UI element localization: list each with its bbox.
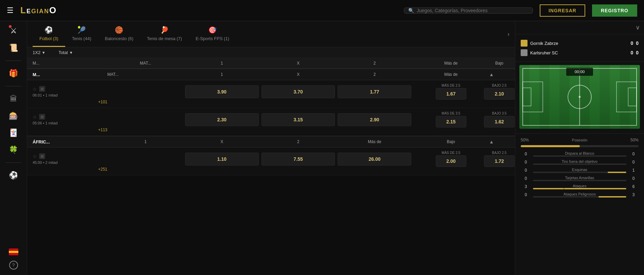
bajo-val-3[interactable]: 1.72 [484, 155, 515, 167]
team-name-2: Karlsruher SC [530, 50, 558, 55]
stat-row-tiro: 0 Tiro fuera del objetivo 0 [521, 159, 639, 165]
odds-2-2[interactable]: 2.90 [338, 113, 411, 126]
odds-x-3[interactable]: 7.55 [262, 153, 335, 166]
section-m-colx: X [260, 72, 337, 77]
tab-tenis[interactable]: 🎾 Tenis (44) [65, 21, 98, 47]
team-badge-2 [521, 49, 527, 56]
team-row-2: Karlsruher SC 0 0 [521, 48, 639, 57]
tab-baloncesto-label: Baloncesto (6) [105, 36, 133, 41]
possession-left: 50% [521, 138, 529, 142]
more-btn-1[interactable]: +101 [33, 100, 107, 104]
section-africa-colx: X [184, 139, 260, 144]
sidebar-item-cards[interactable]: 🃏 [9, 128, 18, 137]
match-icons-3: ☆ ▦ [33, 153, 107, 159]
sidebar-item-gift[interactable]: 🎁 [9, 69, 18, 78]
tab-esports[interactable]: 🎯 E-Sports FPS (1) [189, 21, 236, 47]
search-bar: 🔍 [404, 7, 533, 14]
masde-val-3[interactable]: 2.00 [436, 155, 466, 167]
stats-icon-2[interactable]: ▦ [39, 114, 45, 120]
stat-peligrosos-label: Ataques Peligrosos [533, 192, 626, 196]
masde-val-2[interactable]: 2.15 [436, 116, 466, 127]
stat-ataques-label: Ataques [533, 184, 626, 188]
tab-futbol-label: Fútbol (3) [39, 36, 58, 41]
masde-val-1[interactable]: 1.67 [436, 88, 466, 100]
football-field: 00:00 [519, 65, 640, 129]
more-btn-3[interactable]: +251 [33, 167, 107, 172]
star-icon-3[interactable]: ☆ [33, 154, 37, 159]
possession-right: 50% [630, 138, 639, 142]
masde-label-3: MÁS DE 2.5 [442, 151, 460, 155]
match-icons-1: ☆ ▦ [33, 86, 107, 92]
stat-tarjetas-bar [533, 180, 626, 181]
possession-row: 50% Posesión 50% [521, 138, 639, 142]
sidebar-item-slots[interactable]: 🎰 [9, 111, 18, 120]
score-board: Gornik Zabrze 0 0 Karlsruher SC 0 0 [515, 34, 644, 62]
center-content: ⚽ Fútbol (3) 🎾 Tenis (44) 🏀 Baloncesto (… [27, 21, 515, 275]
section-africa-collapse[interactable]: ▲ [489, 139, 509, 144]
filter-total[interactable]: Total ▾ [58, 50, 72, 55]
bajo-label-3: BAJO 2.5 [492, 151, 507, 155]
sidebar-item-casino[interactable]: 🏛 [10, 94, 17, 103]
tabs-chevron-right[interactable]: › [507, 31, 509, 38]
header-x: X [260, 61, 337, 66]
stat-tarjetas-right: 0 [628, 176, 639, 181]
logo: LegianO [20, 5, 57, 16]
search-input[interactable] [417, 8, 529, 13]
section-africa-header: ÁFRIC... 1 X 2 Más de Bajo ▲ [27, 136, 515, 148]
svg-rect-5 [600, 65, 610, 128]
sidebar-item-clover[interactable]: 🍀 [9, 145, 18, 154]
section-m-time: MAT... [107, 72, 184, 77]
bottom-icons: ? [9, 248, 18, 270]
odds-2-3[interactable]: 26.00 [338, 153, 411, 166]
right-panel-header: ∨ [515, 21, 644, 34]
svg-point-10 [579, 96, 581, 98]
odds-1-3[interactable]: 1.10 [185, 153, 259, 166]
section-africa-col2: 2 [260, 139, 337, 144]
ingresar-button[interactable]: INGRESAR [540, 4, 585, 17]
filter-total-chevron: ▾ [70, 50, 72, 55]
hamburger-icon[interactable]: ☰ [7, 6, 14, 15]
star-icon-1[interactable]: ☆ [33, 86, 37, 92]
stat-dispara-right: 0 [628, 152, 639, 156]
bajo-val-2[interactable]: 1.62 [484, 116, 515, 127]
more-btn-2[interactable]: +113 [33, 127, 107, 132]
left-sidebar: ⚔ 📜 🎁 🏛 🎰 🃏 🍀 ⚽ ? [0, 21, 27, 275]
header-1: 1 [184, 61, 260, 66]
stat-esquinas-label: Esquinas [533, 168, 626, 172]
registro-button[interactable]: REGISTRO [592, 4, 637, 17]
stats-icon-1[interactable]: ▦ [39, 86, 45, 92]
tab-futbol[interactable]: ⚽ Fútbol (3) [33, 21, 65, 47]
stat-row-tarjetas: 0 Tarjetas Amarillas 0 [521, 176, 639, 181]
sidebar-item-sports[interactable]: ⚔ [10, 27, 17, 35]
odds-1-2[interactable]: 2.30 [185, 113, 259, 126]
bajo-val-1[interactable]: 2.10 [484, 88, 515, 100]
stat-peligrosos-left: 0 [521, 192, 531, 197]
star-icon-2[interactable]: ☆ [33, 114, 37, 120]
stat-dispara-left: 0 [521, 152, 531, 156]
baloncesto-icon: 🏀 [115, 26, 123, 34]
section-africa-title: ÁFRIC... [33, 139, 107, 144]
sidebar-divider-1 [5, 61, 21, 61]
esports-icon: 🎯 [208, 26, 217, 34]
stats-icon-3[interactable]: ▦ [39, 153, 45, 159]
collapse-btn[interactable]: ∨ [636, 24, 640, 31]
odds-2-1[interactable]: 1.77 [338, 85, 411, 98]
language-flag[interactable] [9, 248, 18, 255]
odds-x-1[interactable]: 3.70 [262, 85, 335, 98]
sidebar-item-scroll[interactable]: 📜 [9, 44, 18, 52]
header-time: MAT... [107, 61, 184, 66]
section-m-masde: Más de [413, 72, 489, 77]
team-score-2: 0 0 [630, 50, 639, 55]
help-icon[interactable]: ? [9, 261, 18, 270]
match-time-2: 05:06 • 1 mitad [33, 121, 107, 125]
filter-1x2[interactable]: 1X2 ▾ [33, 50, 45, 55]
section-africa-col1: 1 [107, 139, 184, 144]
tab-tenis-mesa[interactable]: 🏓 Tenis de mesa (7) [140, 21, 189, 47]
section-m-collapse[interactable]: ▲ [489, 72, 509, 77]
possession-fill [521, 145, 580, 147]
odds-1-1[interactable]: 3.90 [185, 85, 259, 98]
tab-baloncesto[interactable]: 🏀 Baloncesto (6) [98, 21, 140, 47]
bajo-label-2: BAJO 3.5 [492, 111, 507, 115]
odds-x-2[interactable]: 3.15 [262, 113, 335, 126]
sidebar-item-football[interactable]: ⚽ [9, 171, 18, 180]
